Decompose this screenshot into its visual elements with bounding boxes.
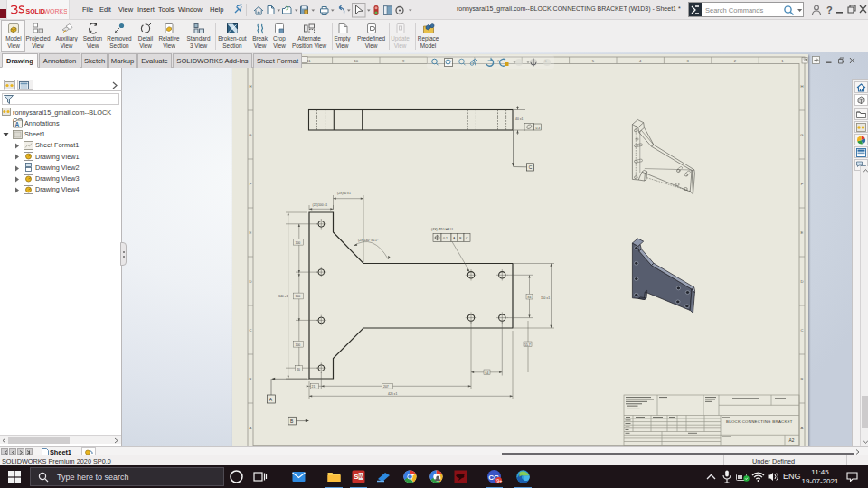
svg-text:100: 100 xyxy=(296,241,301,245)
svg-text:55.7: 55.7 xyxy=(524,343,531,347)
svg-text:(2X)100 ±1: (2X)100 ±1 xyxy=(313,203,328,207)
svg-text:BLOCK CONNECTING BRACKET: BLOCK CONNECTING BRACKET xyxy=(726,419,793,424)
svg-text:C: C xyxy=(800,328,803,333)
svg-text:WORKS: WORKS xyxy=(44,8,68,14)
svg-text:B: B xyxy=(801,377,804,381)
svg-text:A2: A2 xyxy=(789,438,795,443)
svg-text:207: 207 xyxy=(383,385,389,389)
svg-text:9: 9 xyxy=(402,59,405,63)
svg-text:F: F xyxy=(801,182,804,186)
svg-text:40 ±1: 40 ±1 xyxy=(515,117,524,121)
svg-text:?: ? xyxy=(826,5,833,15)
svg-text:0.3: 0.3 xyxy=(536,127,541,130)
svg-text:G: G xyxy=(249,133,251,137)
svg-text:110 ±1: 110 ±1 xyxy=(541,296,550,300)
svg-text:340 ±1: 340 ±1 xyxy=(278,295,288,298)
svg-text:F: F xyxy=(250,182,252,186)
svg-text:W: W xyxy=(359,474,364,479)
svg-text:3: 3 xyxy=(686,59,689,63)
svg-text:4: 4 xyxy=(639,59,642,63)
svg-text:A: A xyxy=(801,426,804,430)
svg-text:H: H xyxy=(800,84,803,89)
svg-text:2: 2 xyxy=(734,59,737,63)
svg-text:20: 20 xyxy=(297,368,300,371)
svg-text:100: 100 xyxy=(296,343,301,347)
svg-text:(4X) Ø10 H8 U: (4X) Ø10 H8 U xyxy=(431,228,453,231)
svg-text:SOLID: SOLID xyxy=(26,8,45,14)
svg-text:21: 21 xyxy=(312,385,316,389)
svg-text:(2X)60 ±1: (2X)60 ±1 xyxy=(337,192,351,195)
svg-text:64: 64 xyxy=(486,371,489,375)
svg-text:84: 84 xyxy=(528,296,532,299)
svg-text:B: B xyxy=(250,377,252,381)
svg-text:D: D xyxy=(249,279,251,284)
svg-text:A: A xyxy=(250,426,252,430)
svg-text:1: 1 xyxy=(781,59,784,63)
svg-text:G: G xyxy=(800,133,803,137)
svg-text:C: C xyxy=(529,164,533,170)
svg-text:H: H xyxy=(249,84,251,89)
svg-text:0.1: 0.1 xyxy=(443,237,448,240)
svg-text:100: 100 xyxy=(296,295,301,298)
svg-text:C: C xyxy=(466,237,468,240)
svg-text:E: E xyxy=(250,230,252,235)
svg-text:D: D xyxy=(800,279,803,284)
svg-text:A: A xyxy=(15,121,20,127)
svg-text:E: E xyxy=(801,230,804,235)
svg-text:420 ±1: 420 ±1 xyxy=(388,392,397,396)
svg-text:C: C xyxy=(249,328,251,333)
svg-text:9+: 9+ xyxy=(496,478,502,483)
svg-text:5: 5 xyxy=(592,59,595,63)
svg-text:10: 10 xyxy=(354,59,358,63)
